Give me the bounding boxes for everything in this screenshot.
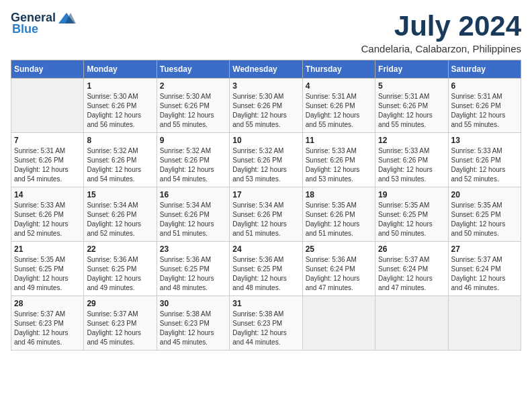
month-title: July 2024 bbox=[361, 11, 521, 42]
calendar-cell: 3Sunrise: 5:30 AM Sunset: 6:26 PM Daylig… bbox=[230, 79, 302, 133]
calendar-cell: 21Sunrise: 5:35 AM Sunset: 6:25 PM Dayli… bbox=[11, 242, 84, 296]
day-info: Sunrise: 5:36 AM Sunset: 6:25 PM Dayligh… bbox=[232, 255, 299, 293]
day-info: Sunrise: 5:33 AM Sunset: 6:26 PM Dayligh… bbox=[378, 146, 445, 184]
calendar-week-4: 21Sunrise: 5:35 AM Sunset: 6:25 PM Dayli… bbox=[11, 242, 521, 296]
calendar-cell: 15Sunrise: 5:34 AM Sunset: 6:26 PM Dayli… bbox=[84, 187, 157, 242]
calendar-cell: 2Sunrise: 5:30 AM Sunset: 6:26 PM Daylig… bbox=[157, 79, 229, 133]
day-info: Sunrise: 5:30 AM Sunset: 6:26 PM Dayligh… bbox=[232, 92, 299, 130]
day-number: 24 bbox=[232, 244, 299, 254]
calendar-week-3: 14Sunrise: 5:33 AM Sunset: 6:26 PM Dayli… bbox=[11, 187, 521, 242]
day-info: Sunrise: 5:31 AM Sunset: 6:26 PM Dayligh… bbox=[14, 146, 81, 184]
calendar-cell: 12Sunrise: 5:33 AM Sunset: 6:26 PM Dayli… bbox=[375, 133, 448, 187]
day-number: 16 bbox=[160, 190, 226, 199]
logo-blue-text: Blue bbox=[12, 22, 38, 36]
calendar-cell: 20Sunrise: 5:35 AM Sunset: 6:25 PM Dayli… bbox=[448, 187, 521, 242]
day-info: Sunrise: 5:37 AM Sunset: 6:23 PM Dayligh… bbox=[14, 310, 81, 347]
col-header-saturday: Saturday bbox=[448, 60, 521, 79]
day-info: Sunrise: 5:36 AM Sunset: 6:25 PM Dayligh… bbox=[160, 255, 226, 293]
day-info: Sunrise: 5:30 AM Sunset: 6:26 PM Dayligh… bbox=[87, 92, 153, 130]
calendar-week-5: 28Sunrise: 5:37 AM Sunset: 6:23 PM Dayli… bbox=[11, 296, 521, 351]
day-number: 4 bbox=[306, 81, 372, 91]
day-info: Sunrise: 5:35 AM Sunset: 6:26 PM Dayligh… bbox=[306, 201, 372, 238]
calendar-cell: 19Sunrise: 5:35 AM Sunset: 6:25 PM Dayli… bbox=[375, 187, 448, 242]
calendar-table: SundayMondayTuesdayWednesdayThursdayFrid… bbox=[11, 60, 521, 351]
logo-icon bbox=[57, 11, 76, 25]
day-number: 18 bbox=[306, 190, 372, 199]
day-info: Sunrise: 5:32 AM Sunset: 6:26 PM Dayligh… bbox=[87, 146, 153, 184]
day-info: Sunrise: 5:30 AM Sunset: 6:26 PM Dayligh… bbox=[160, 92, 226, 130]
day-number: 26 bbox=[378, 244, 445, 254]
day-number: 1 bbox=[87, 81, 153, 91]
calendar-cell: 27Sunrise: 5:37 AM Sunset: 6:24 PM Dayli… bbox=[448, 242, 521, 296]
day-info: Sunrise: 5:31 AM Sunset: 6:26 PM Dayligh… bbox=[306, 92, 372, 130]
day-number: 19 bbox=[378, 190, 445, 199]
calendar-cell: 13Sunrise: 5:33 AM Sunset: 6:26 PM Dayli… bbox=[448, 133, 521, 187]
calendar-cell bbox=[375, 296, 448, 351]
day-number: 17 bbox=[232, 190, 299, 199]
logo: General Blue bbox=[11, 11, 76, 36]
day-number: 11 bbox=[306, 136, 372, 145]
calendar-cell: 25Sunrise: 5:36 AM Sunset: 6:24 PM Dayli… bbox=[302, 242, 375, 296]
day-info: Sunrise: 5:34 AM Sunset: 6:26 PM Dayligh… bbox=[232, 201, 299, 238]
day-number: 20 bbox=[451, 190, 518, 199]
col-header-sunday: Sunday bbox=[11, 60, 84, 79]
calendar-cell: 22Sunrise: 5:36 AM Sunset: 6:25 PM Dayli… bbox=[84, 242, 157, 296]
header-row: SundayMondayTuesdayWednesdayThursdayFrid… bbox=[11, 60, 521, 79]
calendar-cell: 10Sunrise: 5:32 AM Sunset: 6:26 PM Dayli… bbox=[230, 133, 302, 187]
calendar-cell: 8Sunrise: 5:32 AM Sunset: 6:26 PM Daylig… bbox=[84, 133, 157, 187]
calendar-cell bbox=[11, 79, 84, 133]
day-info: Sunrise: 5:31 AM Sunset: 6:26 PM Dayligh… bbox=[451, 92, 518, 130]
calendar-cell: 16Sunrise: 5:34 AM Sunset: 6:26 PM Dayli… bbox=[157, 187, 229, 242]
day-info: Sunrise: 5:35 AM Sunset: 6:25 PM Dayligh… bbox=[451, 201, 518, 238]
day-number: 14 bbox=[14, 190, 81, 199]
day-number: 3 bbox=[232, 81, 299, 91]
calendar-cell: 29Sunrise: 5:37 AM Sunset: 6:23 PM Dayli… bbox=[84, 296, 157, 351]
day-info: Sunrise: 5:32 AM Sunset: 6:26 PM Dayligh… bbox=[160, 146, 226, 184]
day-number: 28 bbox=[14, 299, 81, 308]
calendar-cell: 6Sunrise: 5:31 AM Sunset: 6:26 PM Daylig… bbox=[448, 79, 521, 133]
day-info: Sunrise: 5:33 AM Sunset: 6:26 PM Dayligh… bbox=[451, 146, 518, 184]
day-info: Sunrise: 5:38 AM Sunset: 6:23 PM Dayligh… bbox=[160, 310, 226, 347]
calendar-cell: 18Sunrise: 5:35 AM Sunset: 6:26 PM Dayli… bbox=[302, 187, 375, 242]
calendar-cell: 5Sunrise: 5:31 AM Sunset: 6:26 PM Daylig… bbox=[375, 79, 448, 133]
day-info: Sunrise: 5:35 AM Sunset: 6:25 PM Dayligh… bbox=[14, 255, 81, 293]
calendar-cell: 7Sunrise: 5:31 AM Sunset: 6:26 PM Daylig… bbox=[11, 133, 84, 187]
calendar-cell: 1Sunrise: 5:30 AM Sunset: 6:26 PM Daylig… bbox=[84, 79, 157, 133]
calendar-cell: 26Sunrise: 5:37 AM Sunset: 6:24 PM Dayli… bbox=[375, 242, 448, 296]
day-number: 30 bbox=[160, 299, 226, 308]
day-info: Sunrise: 5:37 AM Sunset: 6:24 PM Dayligh… bbox=[378, 255, 445, 293]
day-info: Sunrise: 5:37 AM Sunset: 6:24 PM Dayligh… bbox=[451, 255, 518, 293]
col-header-thursday: Thursday bbox=[302, 60, 375, 79]
day-number: 10 bbox=[232, 136, 299, 145]
calendar-cell: 28Sunrise: 5:37 AM Sunset: 6:23 PM Dayli… bbox=[11, 296, 84, 351]
col-header-monday: Monday bbox=[84, 60, 157, 79]
calendar-cell: 17Sunrise: 5:34 AM Sunset: 6:26 PM Dayli… bbox=[230, 187, 302, 242]
day-info: Sunrise: 5:36 AM Sunset: 6:24 PM Dayligh… bbox=[306, 255, 372, 293]
day-number: 25 bbox=[306, 244, 372, 254]
day-number: 23 bbox=[160, 244, 226, 254]
calendar-week-1: 1Sunrise: 5:30 AM Sunset: 6:26 PM Daylig… bbox=[11, 79, 521, 133]
calendar-cell: 9Sunrise: 5:32 AM Sunset: 6:26 PM Daylig… bbox=[157, 133, 229, 187]
calendar-cell: 11Sunrise: 5:33 AM Sunset: 6:26 PM Dayli… bbox=[302, 133, 375, 187]
calendar-cell: 23Sunrise: 5:36 AM Sunset: 6:25 PM Dayli… bbox=[157, 242, 229, 296]
title-area: July 2024 Candelaria, Calabarzon, Philip… bbox=[361, 11, 521, 54]
day-info: Sunrise: 5:32 AM Sunset: 6:26 PM Dayligh… bbox=[232, 146, 299, 184]
day-number: 21 bbox=[14, 244, 81, 254]
calendar-cell bbox=[302, 296, 375, 351]
col-header-wednesday: Wednesday bbox=[230, 60, 302, 79]
calendar-cell: 31Sunrise: 5:38 AM Sunset: 6:23 PM Dayli… bbox=[230, 296, 302, 351]
day-info: Sunrise: 5:34 AM Sunset: 6:26 PM Dayligh… bbox=[87, 201, 153, 238]
day-info: Sunrise: 5:36 AM Sunset: 6:25 PM Dayligh… bbox=[87, 255, 153, 293]
day-info: Sunrise: 5:33 AM Sunset: 6:26 PM Dayligh… bbox=[14, 201, 81, 238]
col-header-tuesday: Tuesday bbox=[157, 60, 229, 79]
day-number: 12 bbox=[378, 136, 445, 145]
calendar-cell: 30Sunrise: 5:38 AM Sunset: 6:23 PM Dayli… bbox=[157, 296, 229, 351]
day-info: Sunrise: 5:37 AM Sunset: 6:23 PM Dayligh… bbox=[87, 310, 153, 347]
day-info: Sunrise: 5:35 AM Sunset: 6:25 PM Dayligh… bbox=[378, 201, 445, 238]
day-number: 9 bbox=[160, 136, 226, 145]
calendar-cell: 4Sunrise: 5:31 AM Sunset: 6:26 PM Daylig… bbox=[302, 79, 375, 133]
day-number: 15 bbox=[87, 190, 153, 199]
day-number: 7 bbox=[14, 136, 81, 145]
page-header: General Blue July 2024 Candelaria, Calab… bbox=[11, 11, 521, 54]
col-header-friday: Friday bbox=[375, 60, 448, 79]
